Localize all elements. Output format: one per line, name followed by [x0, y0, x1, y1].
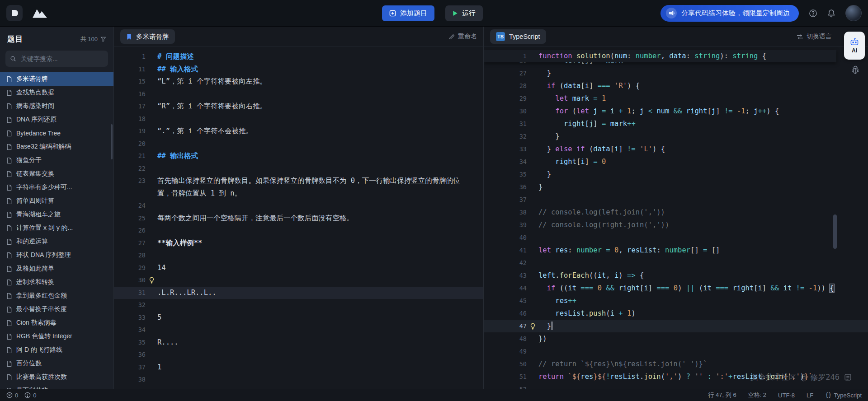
code-editor-line[interactable]: 45 res++ — [484, 294, 868, 307]
app-logo[interactable] — [6, 5, 23, 21]
code-editor-line[interactable]: 50// return `${res}\n${resList.join(' ')… — [484, 358, 868, 370]
search-input[interactable] — [20, 55, 104, 63]
code-editor-line[interactable]: 28 if (data[i] === 'R') { — [484, 79, 868, 92]
markdown-editor-line[interactable]: 35R.... — [114, 336, 483, 349]
markdown-editor-line[interactable]: 335 — [114, 312, 483, 324]
sidebar-item[interactable]: 百分位数 — [0, 357, 113, 370]
markdown-editor-line[interactable]: 36 — [114, 349, 483, 361]
markdown-editor-line[interactable]: 11## 输入格式 — [114, 63, 483, 76]
code-editor-line[interactable]: 33 } else if (data[i] != 'L') { — [484, 143, 868, 155]
promo-banner[interactable]: 分享代码练习体验，领限量定制周边 — [660, 5, 799, 22]
sidebar-item[interactable]: 最小替换子串长度 — [0, 303, 113, 316]
code-editor-line[interactable]: 37 — [484, 193, 868, 206]
sidebar-item[interactable]: 阿 D 的飞行路线 — [0, 343, 113, 357]
markdown-editor-line[interactable]: 34 — [114, 324, 483, 336]
sidebar-item[interactable]: 查找热点数据 — [0, 86, 113, 99]
code-editor-line[interactable]: 41let res: number = 0, resList: number[]… — [484, 244, 868, 256]
sidebar-item[interactable]: 拿到最多红包金额 — [0, 289, 113, 303]
sidebar-item[interactable]: 链表聚集交换 — [0, 167, 113, 181]
sidebar-item[interactable]: DNA 序列还原 — [0, 113, 113, 126]
switch-language-button[interactable]: 切换语言 — [797, 33, 832, 41]
markdown-editor-line[interactable]: 19“.”，第 i 个字符不会被推。 — [114, 125, 483, 138]
filter-icon[interactable] — [100, 36, 106, 42]
markdown-editor-line[interactable]: 18 — [114, 113, 483, 126]
markdown-editor-line[interactable]: 27**输入样例** — [114, 237, 483, 250]
problem-tab[interactable]: 多米诺骨牌 — [120, 29, 175, 44]
sidebar-item[interactable]: Bytedance Tree — [0, 126, 113, 140]
code-editor-line[interactable]: 51return `${res}${!resList.join(',') ? '… — [484, 370, 868, 383]
user-avatar[interactable] — [845, 5, 862, 21]
add-problem-button[interactable]: 添加题目 — [382, 5, 434, 21]
sidebar-item[interactable]: 青海湖租车之旅 — [0, 208, 113, 221]
sidebar-scrollbar[interactable] — [111, 124, 113, 159]
markdown-editor-line[interactable]: 20 — [114, 138, 483, 150]
code-editor-line[interactable]: 31 right[j] = mark++ — [484, 117, 868, 130]
help-icon[interactable] — [809, 9, 817, 18]
cursor-position[interactable]: 行 47, 列 6 — [708, 391, 736, 399]
sidebar-item[interactable]: Cion 勒索病毒 — [0, 316, 113, 330]
sidebar-item[interactable]: 计算位置 x 到 y 的... — [0, 221, 113, 235]
markdown-editor-line[interactable]: 25每两个数之间用一个空格隔开，注意最后一个数后面没有空格。 — [114, 212, 483, 225]
code-editor-line[interactable]: 27 } — [484, 67, 868, 79]
sidebar-item[interactable]: 病毒感染时间 — [0, 99, 113, 113]
code-editor-line[interactable]: 39// console.log(right.join(',')) — [484, 219, 868, 231]
markdown-editor-line[interactable]: 22 — [114, 163, 483, 175]
code-editor-line[interactable]: 47 } — [484, 320, 868, 332]
ai-assistant-button[interactable]: AI — [844, 32, 865, 60]
sidebar-item[interactable]: 进制求和转换 — [0, 275, 113, 289]
markdown-editor-line[interactable]: 28 — [114, 249, 483, 262]
markdown-editor-line[interactable]: 24 — [114, 200, 483, 212]
code-editor-line[interactable]: 52 — [484, 383, 868, 389]
markdown-editor-line[interactable]: 17“R”，第 i 个字符将要被向右推。 — [114, 100, 483, 113]
markdown-editor-line[interactable]: 15“L”，第 i 个字符将要被向左推。 — [114, 75, 483, 88]
code-editor-line[interactable]: 40 — [484, 231, 868, 244]
sidebar-item[interactable]: 比赛最高获胜次数 — [0, 370, 113, 384]
debug-bug-icon[interactable] — [851, 65, 860, 75]
markdown-editor-line[interactable]: 32 — [114, 299, 483, 312]
code-editor-line[interactable]: 38// console.log(left.join(',')) — [484, 206, 868, 219]
markdown-editor-line[interactable]: 2914 — [114, 262, 483, 275]
markdown-editor-line[interactable]: 371 — [114, 361, 483, 374]
problem-editor-lines[interactable]: 1# 问题描述11## 输入格式15“L”，第 i 个字符将要被向左推。1617… — [114, 47, 483, 389]
run-button[interactable]: 运行 — [445, 5, 483, 21]
sidebar-item[interactable]: 环状 DNA 序列整理 — [0, 248, 113, 262]
code-editor-line[interactable]: 46 resList.push(i + 1) — [484, 307, 868, 320]
warnings-indicator[interactable]: 0 — [24, 392, 36, 399]
notifications-bell-icon[interactable] — [827, 9, 835, 18]
errors-indicator[interactable]: 0 — [6, 392, 18, 399]
code-editor-line[interactable]: 49 — [484, 345, 868, 358]
markdown-editor-line[interactable]: 30 — [114, 274, 483, 287]
sidebar-item[interactable]: 简单四则计算 — [0, 194, 113, 208]
sticky-line[interactable]: 1function solution(num: number, data: st… — [484, 50, 836, 62]
markdown-editor-line[interactable]: 26 — [114, 224, 483, 237]
code-editor-line[interactable]: 1function solution(num: number, data: st… — [484, 50, 836, 62]
code-editor-line[interactable]: 26 left[j] = mark++ — [484, 62, 868, 67]
code-editor-line[interactable]: 44 if ((it === 0 && right[i] === 0) || (… — [484, 282, 868, 294]
sidebar-item[interactable]: 及格如此简单 — [0, 262, 113, 275]
sidebar-item[interactable]: RGB 色值转 Integer — [0, 330, 113, 343]
markdown-editor-line[interactable]: 31.L.R...LR..L.. — [114, 287, 483, 299]
rename-button[interactable]: 重命名 — [449, 33, 477, 41]
sidebar-item[interactable]: Base32 编码和解码 — [0, 140, 113, 154]
code-editor-line[interactable]: 43left.forEach((it, i) => { — [484, 269, 868, 282]
code-editor-line[interactable]: 48}) — [484, 332, 868, 345]
language-mode[interactable]: {} TypeScript — [825, 392, 862, 399]
markdown-editor-line[interactable]: 16 — [114, 88, 483, 101]
sidebar-item[interactable]: 猫鱼分干 — [0, 154, 113, 167]
sidebar-item[interactable]: 字符串有多少种可... — [0, 181, 113, 194]
sidebar-item[interactable]: 和的逆运算 — [0, 235, 113, 248]
code-editor-line[interactable]: 42 — [484, 256, 868, 269]
brand-mountain-icon[interactable] — [32, 7, 48, 19]
code-editor-line[interactable]: 32 } — [484, 130, 868, 143]
editor-scrollbar[interactable] — [833, 214, 837, 249]
encoding[interactable]: UTF-8 — [778, 392, 795, 399]
code-editor-line[interactable]: 35 } — [484, 168, 868, 181]
code-editor[interactable]: 1function solution(num: number, data: st… — [484, 47, 868, 389]
code-editor-line[interactable]: 30 for (let j = i + 1; j < num && right[… — [484, 105, 868, 117]
markdown-editor-line[interactable]: 38 — [114, 373, 483, 386]
sidebar-item[interactable]: 多米诺骨牌 — [0, 72, 113, 86]
eol-setting[interactable]: LF — [807, 392, 813, 399]
markdown-editor-line[interactable]: 21## 输出格式 — [114, 150, 483, 163]
code-editor-line[interactable]: 36} — [484, 181, 868, 193]
markdown-editor-line[interactable]: 23首先输出保持竖立的骨牌数目。如果保持竖立的骨牌数目不为 0，下一行输出保持竖… — [114, 175, 483, 200]
